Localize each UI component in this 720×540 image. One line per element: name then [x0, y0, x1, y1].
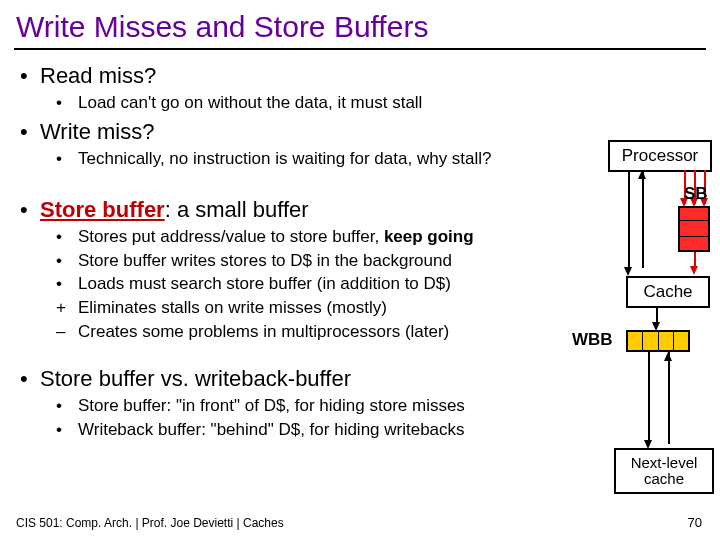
bullet-sb-vs-wb-sub2: Writeback buffer: "behind" D$, for hidin… — [78, 420, 465, 439]
bullet-sb3: Loads must search store buffer (in addit… — [78, 274, 451, 293]
cache-box: Cache — [626, 276, 710, 308]
footer-text: CIS 501: Comp. Arch. | Prof. Joe Deviett… — [16, 516, 284, 530]
bullet-sb5: Creates some problems in multiprocessors… — [78, 322, 449, 341]
bullet-read-miss: Read miss? — [40, 63, 156, 88]
bullet-write-miss-sub: Technically, no instruction is waiting f… — [78, 149, 492, 168]
bullet-sb-vs-wb-sub1: Store buffer: "in front" of D$, for hidi… — [78, 396, 465, 415]
bullet-sb1a: Stores put address/value to store buffer… — [78, 227, 384, 246]
bullet-sb4: Eliminates stalls on write misses (mostl… — [78, 298, 387, 317]
bullet-store-buffer-rest: : a small buffer — [165, 197, 309, 222]
bullet-sb-vs-wb: Store buffer vs. writeback-buffer — [40, 366, 351, 391]
bullet-write-miss: Write miss? — [40, 119, 155, 144]
bullet-sb1b: keep going — [384, 227, 474, 246]
writeback-buffer-box — [626, 330, 690, 352]
next-level-cache-box: Next-level cache — [614, 448, 714, 494]
wbb-label: WBB — [572, 330, 613, 350]
bullet-read-miss-sub: Load can't go on without the data, it mu… — [78, 93, 422, 112]
bullet-sb2: Store buffer writes stores to D$ in the … — [78, 251, 452, 270]
bullet-store-buffer-label: Store buffer — [40, 197, 165, 222]
processor-box: Processor — [608, 140, 712, 172]
page-number: 70 — [688, 515, 702, 530]
slide-title: Write Misses and Store Buffers — [0, 0, 720, 48]
sb-label: SB — [684, 184, 708, 204]
diagram: Processor SB Cache WBB — [608, 140, 712, 500]
